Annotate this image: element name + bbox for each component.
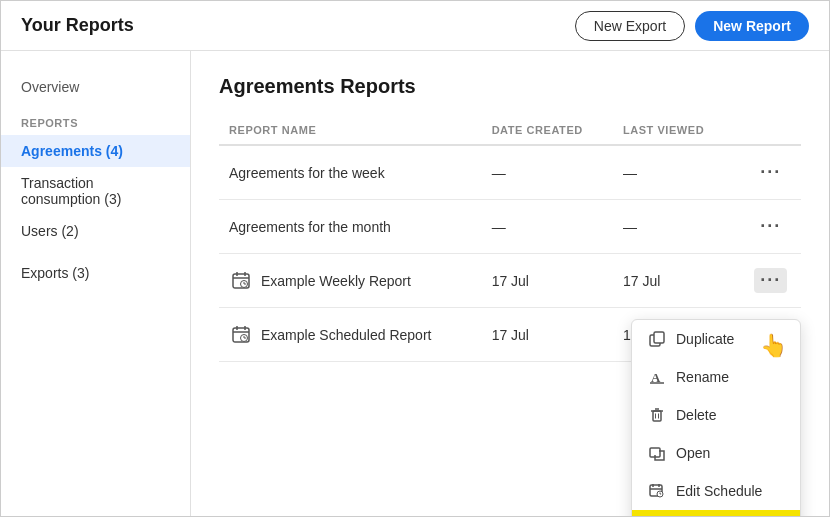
table-row: Agreements for the month — — ···: [219, 200, 801, 254]
main-title: Agreements Reports: [219, 75, 801, 98]
body: Overview REPORTS Agreements (4) Transact…: [1, 51, 829, 516]
new-export-button[interactable]: New Export: [575, 11, 685, 41]
svg-rect-18: [653, 411, 661, 421]
sidebar: Overview REPORTS Agreements (4) Transact…: [1, 51, 191, 516]
date-created-2: —: [482, 200, 613, 254]
table-row: Agreements for the week — — ···: [219, 145, 801, 200]
new-report-button[interactable]: New Report: [695, 11, 809, 41]
schedule-icon-4: [229, 323, 253, 347]
last-viewed-2: —: [613, 200, 744, 254]
col-header-date-created: DATE CREATED: [482, 118, 613, 145]
report-name-1: Agreements for the week: [219, 145, 482, 200]
sidebar-item-users[interactable]: Users (2): [1, 215, 190, 247]
delete-icon: [648, 406, 666, 424]
report-name-2: Agreements for the month: [219, 200, 482, 254]
table-row: Example Weekly Report 17 Jul 17 Jul ···: [219, 254, 801, 308]
menu-item-send-now[interactable]: Send it Now: [632, 510, 800, 516]
schedule-icon-3: [229, 269, 253, 293]
col-header-actions: [744, 118, 801, 145]
report-name-4: Example Scheduled Report: [219, 308, 482, 362]
menu-item-duplicate[interactable]: Duplicate: [632, 320, 800, 358]
header-actions: New Export New Report: [575, 11, 809, 41]
date-created-1: —: [482, 145, 613, 200]
actions-cell-1: ···: [744, 145, 801, 200]
col-header-name: REPORT NAME: [219, 118, 482, 145]
more-options-button-1[interactable]: ···: [754, 160, 787, 185]
svg-rect-15: [654, 332, 664, 343]
menu-item-open[interactable]: Open: [632, 434, 800, 472]
actions-cell-3: ···: [744, 254, 801, 308]
last-viewed-1: —: [613, 145, 744, 200]
sidebar-item-overview[interactable]: Overview: [1, 71, 190, 103]
col-header-last-viewed: LAST VIEWED: [613, 118, 744, 145]
last-viewed-3: 17 Jul: [613, 254, 744, 308]
duplicate-icon: [648, 330, 666, 348]
sidebar-item-exports[interactable]: Exports (3): [1, 257, 190, 289]
sidebar-section-reports: REPORTS: [1, 103, 190, 135]
open-icon: [648, 444, 666, 462]
menu-item-delete[interactable]: Delete: [632, 396, 800, 434]
edit-schedule-icon: [648, 482, 666, 500]
header: Your Reports New Export New Report: [1, 1, 829, 51]
sidebar-item-agreements[interactable]: Agreements (4): [1, 135, 190, 167]
sidebar-item-transaction-consumption[interactable]: Transaction consumption (3): [1, 167, 190, 215]
menu-item-rename[interactable]: A Rename: [632, 358, 800, 396]
report-name-3: Example Weekly Report: [219, 254, 482, 308]
main-content: Agreements Reports REPORT NAME DATE CREA…: [191, 51, 829, 516]
page-title: Your Reports: [21, 15, 134, 36]
date-created-3: 17 Jul: [482, 254, 613, 308]
more-options-button-2[interactable]: ···: [754, 214, 787, 239]
context-menu: Duplicate A Rename: [631, 319, 801, 516]
date-created-4: 17 Jul: [482, 308, 613, 362]
menu-item-edit-schedule[interactable]: Edit Schedule: [632, 472, 800, 510]
more-options-button-3[interactable]: ···: [754, 268, 787, 293]
rename-icon: A: [648, 368, 666, 386]
actions-cell-2: ···: [744, 200, 801, 254]
